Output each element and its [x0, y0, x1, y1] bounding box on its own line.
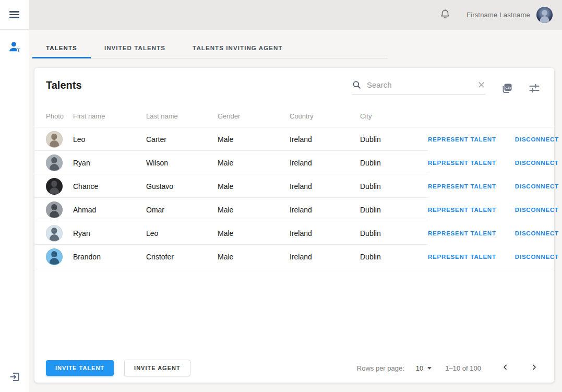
sidebar: T [0, 0, 29, 392]
csv-export-icon: CSV [501, 82, 513, 96]
user-name: Firstname Lastname [467, 11, 530, 19]
cell-first-name: Brandon [73, 253, 146, 261]
invite-agent-button[interactable]: INVITE AGENT [124, 360, 190, 376]
cell-last-name: Carter [146, 135, 218, 144]
talent-photo [46, 225, 63, 242]
cell-first-name: Chance [73, 182, 146, 191]
tab-bar: TALENTS INVITED TALENTS TALENTS INVITING… [32, 38, 388, 58]
cell-first-name: Ahmad [73, 206, 146, 214]
cell-country: Ireland [290, 135, 360, 144]
cell-last-name: Cristofer [146, 253, 218, 261]
represent-talent-link[interactable]: REPRESENT TALENT [428, 230, 496, 236]
represent-talent-link[interactable]: REPRESENT TALENT [428, 136, 496, 142]
column-header-first-name: First name [73, 112, 146, 120]
cell-last-name: Gustavo [146, 182, 218, 191]
talent-photo [46, 178, 63, 195]
bell-icon [439, 8, 451, 21]
rows-per-page-select[interactable]: 10 [416, 364, 432, 372]
column-header-photo: Photo [46, 112, 73, 120]
chevron-down-icon [427, 367, 432, 370]
talent-photo [46, 248, 63, 265]
disconnect-link[interactable]: DISCONNECT [515, 207, 559, 213]
represent-talent-link[interactable]: REPRESENT TALENT [428, 254, 496, 260]
rows-per-page-label: Rows per page: [357, 364, 404, 372]
search-icon [352, 80, 362, 90]
represent-talent-link[interactable]: REPRESENT TALENT [428, 207, 496, 213]
cell-gender: Male [218, 206, 290, 214]
cell-city: Dublin [360, 253, 428, 261]
cell-city: Dublin [360, 135, 428, 144]
search-box [352, 80, 485, 95]
column-header-city: City [360, 112, 428, 120]
cell-city: Dublin [360, 182, 428, 191]
user-avatar[interactable] [536, 7, 553, 23]
cell-country: Ireland [290, 182, 360, 191]
menu-icon [9, 9, 19, 20]
talents-card: Talents [34, 68, 554, 383]
column-header-gender: Gender [218, 112, 290, 120]
pagination-range: 1–10 of 100 [445, 364, 481, 372]
talent-photo [46, 131, 63, 148]
talent-photo [46, 201, 63, 218]
filter-button[interactable] [526, 80, 543, 98]
notifications-button[interactable] [437, 6, 453, 23]
top-bar: Firstname Lastname [29, 0, 562, 30]
cell-country: Ireland [290, 253, 360, 261]
logout-icon [8, 371, 21, 385]
cell-first-name: Ryan [73, 159, 146, 167]
talent-person-icon: T [8, 40, 21, 55]
table-row: Chance Gustavo Male Ireland Dublin REPRE… [34, 174, 554, 198]
sidebar-item-talents[interactable]: T [6, 38, 23, 57]
cell-first-name: Ryan [73, 229, 146, 237]
cell-last-name: Wilson [146, 159, 218, 167]
page-title: Talents [46, 78, 352, 91]
table-row: Brandon Cristofer Male Ireland Dublin RE… [34, 245, 554, 268]
cell-city: Dublin [360, 206, 428, 214]
cell-country: Ireland [290, 206, 360, 214]
cell-city: Dublin [360, 229, 428, 237]
chevron-right-icon [530, 363, 538, 373]
disconnect-link[interactable]: DISCONNECT [515, 254, 559, 260]
table-row: Ahmad Omar Male Ireland Dublin REPRESENT… [34, 198, 554, 221]
cell-gender: Male [218, 182, 290, 191]
table-body: Leo Carter Male Ireland Dublin REPRESENT… [34, 127, 554, 268]
export-csv-button[interactable]: CSV [499, 80, 516, 98]
column-header-last-name: Last name [146, 112, 218, 120]
logout-button[interactable] [6, 369, 23, 387]
previous-page-button[interactable] [497, 361, 514, 375]
cell-last-name: Leo [146, 229, 218, 237]
card-footer: INVITE TALENT INVITE AGENT Rows per page… [34, 360, 554, 383]
table-header: Photo First name Last name Gender Countr… [34, 105, 554, 127]
disconnect-link[interactable]: DISCONNECT [515, 230, 559, 236]
cell-gender: Male [218, 135, 290, 144]
tab-talents-inviting-agent[interactable]: TALENTS INVITING AGENT [179, 38, 296, 58]
tab-invited-talents[interactable]: INVITED TALENTS [91, 38, 179, 58]
column-header-country: Country [290, 112, 360, 120]
table-row: Ryan Leo Male Ireland Dublin REPRESENT T… [34, 221, 554, 245]
disconnect-link[interactable]: DISCONNECT [515, 160, 559, 166]
represent-talent-link[interactable]: REPRESENT TALENT [428, 183, 496, 189]
pagination: Rows per page: 10 1–10 of 100 [357, 361, 543, 375]
cell-last-name: Omar [146, 206, 218, 214]
rows-per-page-value: 10 [416, 364, 423, 372]
cell-country: Ireland [290, 229, 360, 237]
main-content: TALENTS INVITED TALENTS TALENTS INVITING… [29, 30, 562, 392]
disconnect-link[interactable]: DISCONNECT [515, 136, 559, 142]
menu-button[interactable] [0, 0, 29, 30]
cell-city: Dublin [360, 159, 428, 167]
next-page-button[interactable] [525, 361, 543, 375]
cell-country: Ireland [290, 159, 360, 167]
invite-talent-button[interactable]: INVITE TALENT [46, 360, 114, 376]
search-input[interactable] [367, 80, 477, 89]
disconnect-link[interactable]: DISCONNECT [515, 183, 559, 189]
represent-talent-link[interactable]: REPRESENT TALENT [428, 160, 496, 166]
svg-text:CSV: CSV [506, 86, 512, 89]
clear-search-icon[interactable] [477, 81, 485, 89]
table-row: Leo Carter Male Ireland Dublin REPRESENT… [34, 127, 554, 151]
talent-photo [46, 155, 63, 171]
filter-sliders-icon [528, 82, 541, 96]
tab-talents[interactable]: TALENTS [32, 38, 91, 58]
cell-gender: Male [218, 159, 290, 167]
cell-gender: Male [218, 229, 290, 237]
svg-text:T: T [17, 47, 20, 53]
